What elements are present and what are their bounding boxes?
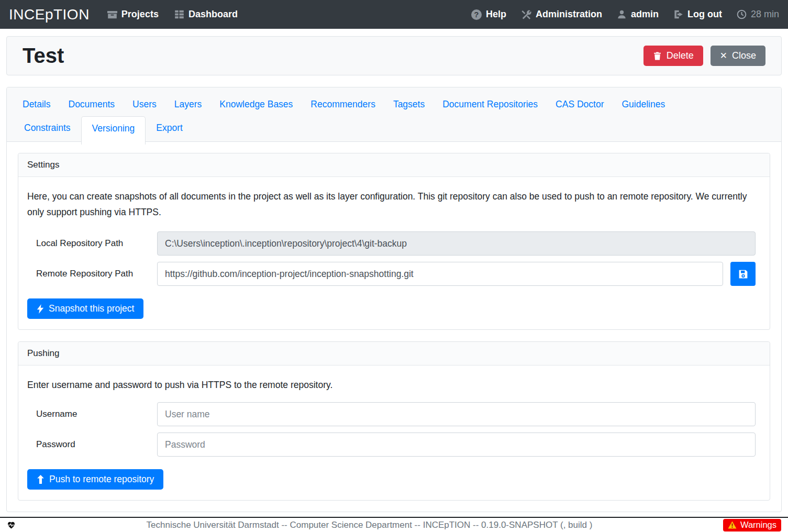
username-row: Username (27, 402, 761, 426)
password-row: Password (27, 433, 761, 457)
password-input[interactable] (157, 433, 756, 457)
tab-guidelines[interactable]: Guidelines (613, 94, 674, 115)
session-timeout-value: 28 min (751, 9, 779, 20)
snapshot-project-button[interactable]: Snapshot this project (27, 298, 143, 319)
close-button-label: Close (732, 50, 756, 61)
tab-export[interactable]: Export (146, 116, 193, 141)
navbar-left-items: Projects Dashboard (107, 9, 238, 20)
tab-cas-doctor[interactable]: CAS Doctor (547, 94, 613, 115)
help-icon: ? (471, 9, 482, 20)
delete-button[interactable]: Delete (643, 46, 703, 66)
user-icon (617, 9, 627, 19)
nav-help[interactable]: ? Help (471, 9, 506, 20)
dashboard-grid-icon (174, 9, 184, 19)
pushing-panel: Pushing Enter username and password to p… (18, 341, 770, 501)
page-footer: Technische Universität Darmstadt -- Comp… (0, 517, 788, 532)
settings-panel-title: Settings (18, 153, 770, 177)
heartbeat-icon (7, 521, 16, 529)
top-navbar: INCEpTION Projects Dashboard ? Help Admi… (0, 0, 788, 29)
nav-logout-label: Log out (687, 9, 722, 20)
username-label: Username (27, 409, 157, 419)
tab-layers[interactable]: Layers (165, 94, 211, 115)
nav-projects-label: Projects (121, 9, 159, 20)
local-repository-label: Local Repository Path (27, 238, 157, 249)
tab-bar: Details Documents Users Layers Knowledge… (7, 87, 781, 142)
session-timeout: 28 min (737, 9, 779, 20)
tab-recommenders[interactable]: Recommenders (302, 94, 384, 115)
tab-documents[interactable]: Documents (60, 94, 124, 115)
app-brand[interactable]: INCEpTION (9, 6, 90, 23)
nav-dashboard[interactable]: Dashboard (174, 9, 238, 20)
page-container: Test Delete ✕ Close Details Documents Us… (0, 36, 788, 512)
nav-administration[interactable]: Administration (521, 9, 602, 20)
tab-tagsets[interactable]: Tagsets (384, 94, 434, 115)
tab-users[interactable]: Users (124, 94, 165, 115)
tab-constraints[interactable]: Constraints (14, 116, 81, 141)
navbar-right-items: ? Help Administration admin Log out 28 (471, 9, 779, 20)
tab-row-2: Constraints Versioning Export (7, 116, 781, 142)
title-actions: Delete ✕ Close (643, 46, 765, 66)
username-input[interactable] (157, 402, 756, 426)
local-repository-input[interactable] (157, 231, 756, 256)
archive-icon (107, 9, 117, 19)
close-button[interactable]: ✕ Close (711, 46, 765, 66)
save-remote-button[interactable] (730, 262, 756, 286)
save-icon (738, 269, 749, 280)
logout-icon (673, 9, 683, 19)
snapshot-project-label: Snapshot this project (49, 303, 134, 314)
local-repository-row: Local Repository Path (27, 231, 761, 256)
footer-credits: Technische Universität Darmstadt -- Comp… (16, 520, 723, 530)
nav-logout[interactable]: Log out (673, 9, 722, 20)
nav-administration-label: Administration (536, 9, 602, 20)
project-title-card: Test Delete ✕ Close (6, 36, 782, 75)
pushing-panel-body: Enter username and password to push via … (18, 365, 770, 500)
settings-panel: Settings Here, you can create snapshots … (18, 153, 770, 330)
trash-icon (653, 51, 662, 61)
settings-description: Here, you can create snapshots of all do… (27, 189, 761, 220)
tab-versioning[interactable]: Versioning (81, 116, 146, 145)
nav-user-label: admin (631, 9, 659, 20)
warnings-badge[interactable]: Warnings (723, 519, 781, 531)
remote-repository-input[interactable] (157, 262, 723, 286)
tab-details[interactable]: Details (14, 94, 60, 115)
tools-icon (521, 9, 531, 20)
nav-dashboard-label: Dashboard (188, 9, 238, 20)
nav-projects[interactable]: Projects (107, 9, 159, 20)
close-icon: ✕ (720, 50, 727, 61)
arrow-up-icon (37, 475, 45, 484)
bolt-icon (37, 304, 44, 314)
push-remote-button[interactable]: Push to remote repository (27, 469, 163, 490)
nav-user[interactable]: admin (617, 9, 659, 20)
versioning-tab-content: Settings Here, you can create snapshots … (7, 142, 781, 512)
page-title: Test (23, 44, 64, 68)
warnings-badge-label: Warnings (740, 520, 776, 530)
password-label: Password (27, 439, 157, 450)
clock-icon (737, 9, 747, 19)
delete-button-label: Delete (667, 50, 694, 61)
tab-document-repositories[interactable]: Document Repositories (434, 94, 547, 115)
pushing-panel-title: Pushing (18, 342, 770, 365)
project-settings-card: Details Documents Users Layers Knowledge… (6, 87, 782, 512)
nav-help-label: Help (486, 9, 506, 20)
remote-repository-label: Remote Repository Path (27, 269, 157, 279)
remote-repository-row: Remote Repository Path (27, 262, 761, 286)
tab-knowledge-bases[interactable]: Knowledge Bases (210, 94, 302, 115)
tab-row-1: Details Documents Users Layers Knowledge… (7, 94, 781, 115)
push-remote-label: Push to remote repository (49, 474, 154, 485)
warning-triangle-icon (728, 521, 737, 529)
pushing-description: Enter username and password to push via … (27, 377, 761, 393)
settings-panel-body: Here, you can create snapshots of all do… (18, 177, 770, 329)
